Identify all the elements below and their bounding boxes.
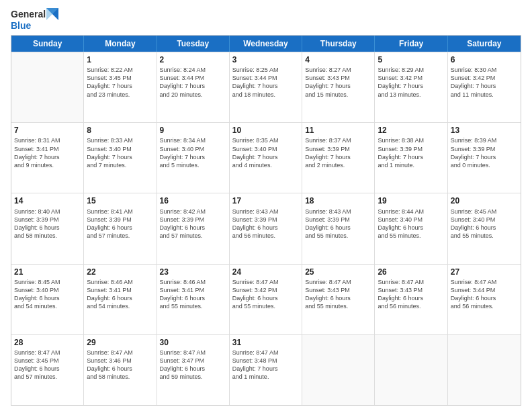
day-number: 14 [14, 195, 81, 206]
day-number: 23 [160, 267, 226, 277]
cell-info: Sunrise: 8:30 AM Sunset: 3:42 PM Dayligh… [451, 66, 518, 99]
day-number: 17 [232, 195, 299, 206]
calendar-cell [11, 52, 84, 122]
cell-info: Sunrise: 8:27 AM Sunset: 3:43 PM Dayligh… [305, 66, 371, 99]
cell-info: Sunrise: 8:47 AM Sunset: 3:47 PM Dayligh… [160, 349, 226, 381]
cell-info: Sunrise: 8:35 AM Sunset: 3:40 PM Dayligh… [232, 136, 299, 169]
day-header-monday: Monday [84, 36, 157, 52]
day-number: 19 [378, 195, 444, 206]
logo-triangle-icon [46, 8, 58, 20]
calendar-cell [375, 335, 447, 405]
day-header-tuesday: Tuesday [157, 36, 230, 52]
calendar-cell: 5Sunrise: 8:29 AM Sunset: 3:42 PM Daylig… [375, 52, 447, 122]
cell-info: Sunrise: 8:45 AM Sunset: 3:40 PM Dayligh… [451, 208, 518, 240]
calendar-cell: 8Sunrise: 8:33 AM Sunset: 3:40 PM Daylig… [84, 123, 157, 193]
calendar-cell: 18Sunrise: 8:43 AM Sunset: 3:39 PM Dayli… [302, 193, 375, 263]
cell-info: Sunrise: 8:24 AM Sunset: 3:44 PM Dayligh… [160, 66, 226, 99]
calendar-cell: 2Sunrise: 8:24 AM Sunset: 3:44 PM Daylig… [157, 52, 230, 122]
calendar-cell: 30Sunrise: 8:47 AM Sunset: 3:47 PM Dayli… [157, 335, 230, 405]
calendar-row-5: 28Sunrise: 8:47 AM Sunset: 3:45 PM Dayli… [11, 334, 521, 405]
day-number: 1 [87, 54, 153, 65]
calendar-cell: 3Sunrise: 8:25 AM Sunset: 3:44 PM Daylig… [230, 52, 302, 122]
day-number: 3 [232, 54, 299, 65]
cell-info: Sunrise: 8:47 AM Sunset: 3:42 PM Dayligh… [232, 278, 299, 311]
calendar-cell: 10Sunrise: 8:35 AM Sunset: 3:40 PM Dayli… [230, 123, 302, 193]
day-header-thursday: Thursday [302, 36, 375, 52]
day-header-sunday: Sunday [11, 36, 84, 52]
calendar-row-4: 21Sunrise: 8:45 AM Sunset: 3:40 PM Dayli… [11, 264, 521, 334]
calendar-cell: 24Sunrise: 8:47 AM Sunset: 3:42 PM Dayli… [230, 265, 302, 334]
cell-info: Sunrise: 8:40 AM Sunset: 3:39 PM Dayligh… [14, 208, 81, 240]
day-number: 6 [451, 54, 518, 65]
day-number: 31 [232, 337, 299, 348]
day-header-friday: Friday [375, 36, 447, 52]
cell-info: Sunrise: 8:29 AM Sunset: 3:42 PM Dayligh… [378, 66, 444, 99]
day-number: 13 [451, 125, 518, 136]
cell-info: Sunrise: 8:47 AM Sunset: 3:46 PM Dayligh… [87, 349, 153, 381]
cell-info: Sunrise: 8:43 AM Sunset: 3:39 PM Dayligh… [232, 208, 299, 240]
day-number: 18 [305, 195, 371, 206]
cell-info: Sunrise: 8:45 AM Sunset: 3:40 PM Dayligh… [14, 278, 81, 311]
calendar-cell: 17Sunrise: 8:43 AM Sunset: 3:39 PM Dayli… [230, 193, 302, 263]
cell-info: Sunrise: 8:46 AM Sunset: 3:41 PM Dayligh… [160, 278, 226, 311]
day-number: 8 [87, 125, 153, 136]
cell-info: Sunrise: 8:41 AM Sunset: 3:39 PM Dayligh… [87, 208, 153, 240]
calendar-cell: 15Sunrise: 8:41 AM Sunset: 3:39 PM Dayli… [84, 193, 157, 263]
cell-info: Sunrise: 8:47 AM Sunset: 3:44 PM Dayligh… [451, 278, 518, 311]
calendar-cell: 21Sunrise: 8:45 AM Sunset: 3:40 PM Dayli… [11, 265, 84, 334]
calendar-cell: 22Sunrise: 8:46 AM Sunset: 3:41 PM Dayli… [84, 265, 157, 334]
day-number: 29 [87, 337, 153, 348]
calendar-cell: 9Sunrise: 8:34 AM Sunset: 3:40 PM Daylig… [157, 123, 230, 193]
calendar-cell: 28Sunrise: 8:47 AM Sunset: 3:45 PM Dayli… [11, 335, 84, 405]
calendar-cell: 29Sunrise: 8:47 AM Sunset: 3:46 PM Dayli… [84, 335, 157, 405]
calendar-cell: 16Sunrise: 8:42 AM Sunset: 3:39 PM Dayli… [157, 193, 230, 263]
calendar-row-3: 14Sunrise: 8:40 AM Sunset: 3:39 PM Dayli… [11, 193, 521, 263]
day-number: 12 [378, 125, 444, 136]
day-number: 16 [160, 195, 226, 206]
calendar-cell: 14Sunrise: 8:40 AM Sunset: 3:39 PM Dayli… [11, 193, 84, 263]
calendar-cell: 19Sunrise: 8:44 AM Sunset: 3:40 PM Dayli… [375, 193, 447, 263]
day-header-wednesday: Wednesday [230, 36, 302, 52]
cell-info: Sunrise: 8:39 AM Sunset: 3:39 PM Dayligh… [451, 136, 518, 169]
day-header-saturday: Saturday [448, 36, 521, 52]
calendar-cell: 1Sunrise: 8:22 AM Sunset: 3:45 PM Daylig… [84, 52, 157, 122]
calendar: SundayMondayTuesdayWednesdayThursdayFrid… [11, 35, 521, 406]
calendar-cell: 7Sunrise: 8:31 AM Sunset: 3:41 PM Daylig… [11, 123, 84, 193]
calendar-row-2: 7Sunrise: 8:31 AM Sunset: 3:41 PM Daylig… [11, 122, 521, 193]
cell-info: Sunrise: 8:42 AM Sunset: 3:39 PM Dayligh… [160, 208, 226, 240]
day-number: 25 [305, 267, 371, 277]
calendar-row-1: 1Sunrise: 8:22 AM Sunset: 3:45 PM Daylig… [11, 52, 521, 122]
cell-info: Sunrise: 8:22 AM Sunset: 3:45 PM Dayligh… [87, 66, 153, 99]
day-number: 2 [160, 54, 226, 65]
calendar-cell: 25Sunrise: 8:47 AM Sunset: 3:43 PM Dayli… [302, 265, 375, 334]
day-number: 15 [87, 195, 153, 206]
calendar-header: SundayMondayTuesdayWednesdayThursdayFrid… [11, 36, 521, 52]
cell-info: Sunrise: 8:47 AM Sunset: 3:45 PM Dayligh… [14, 349, 81, 381]
calendar-cell: 20Sunrise: 8:45 AM Sunset: 3:40 PM Dayli… [448, 193, 521, 263]
header: General Blue [11, 8, 521, 31]
cell-info: Sunrise: 8:37 AM Sunset: 3:39 PM Dayligh… [305, 136, 371, 169]
day-number: 26 [378, 267, 444, 277]
day-number: 11 [305, 125, 371, 136]
cell-info: Sunrise: 8:38 AM Sunset: 3:39 PM Dayligh… [378, 136, 444, 169]
day-number: 4 [305, 54, 371, 65]
calendar-body: 1Sunrise: 8:22 AM Sunset: 3:45 PM Daylig… [11, 52, 521, 405]
calendar-cell [302, 335, 375, 405]
day-number: 28 [14, 337, 81, 348]
day-number: 7 [14, 125, 81, 136]
day-number: 5 [378, 54, 444, 65]
cell-info: Sunrise: 8:25 AM Sunset: 3:44 PM Dayligh… [232, 66, 299, 99]
cell-info: Sunrise: 8:46 AM Sunset: 3:41 PM Dayligh… [87, 278, 153, 311]
day-number: 9 [160, 125, 226, 136]
cell-info: Sunrise: 8:44 AM Sunset: 3:40 PM Dayligh… [378, 208, 444, 240]
day-number: 21 [14, 267, 81, 277]
calendar-cell: 31Sunrise: 8:47 AM Sunset: 3:48 PM Dayli… [230, 335, 302, 405]
page: General Blue SundayMondayTuesdayWednesda… [0, 0, 532, 411]
calendar-cell [448, 335, 521, 405]
day-number: 22 [87, 267, 153, 277]
calendar-cell: 27Sunrise: 8:47 AM Sunset: 3:44 PM Dayli… [448, 265, 521, 334]
cell-info: Sunrise: 8:31 AM Sunset: 3:41 PM Dayligh… [14, 136, 81, 169]
cell-info: Sunrise: 8:33 AM Sunset: 3:40 PM Dayligh… [87, 136, 153, 169]
day-number: 20 [451, 195, 518, 206]
day-number: 10 [232, 125, 299, 136]
